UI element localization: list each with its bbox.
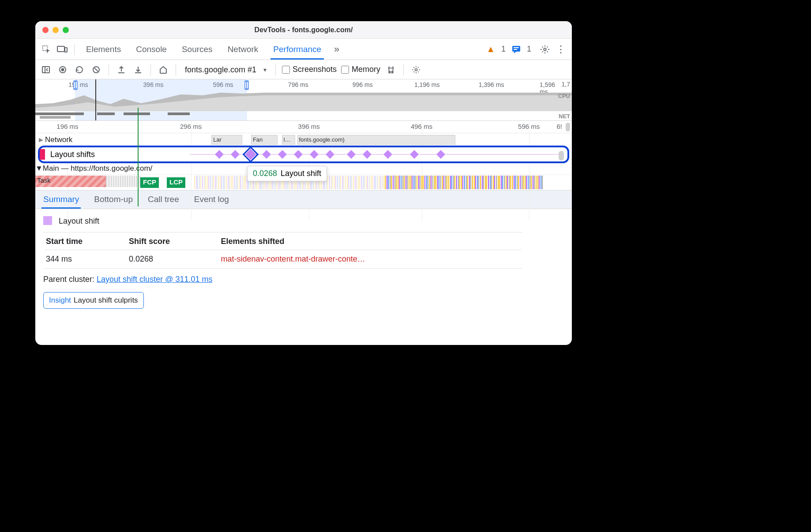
parent-cluster-line: Parent cluster: Layout shift cluster @ 3… xyxy=(43,275,564,284)
panel-tabbar: Elements Console Sources Network Perform… xyxy=(35,39,572,60)
insight-button[interactable]: Insight Layout shift culprits xyxy=(43,292,144,309)
tab-console[interactable]: Console xyxy=(130,39,173,59)
layout-shift-event[interactable] xyxy=(383,150,392,159)
ruler-tick: 296 ms xyxy=(180,123,202,130)
svg-rect-2 xyxy=(65,48,67,52)
svg-rect-7 xyxy=(42,67,49,73)
detail-tab-event-log[interactable]: Event log xyxy=(193,191,230,208)
summary-pane: Layout shift Start time Shift score Elem… xyxy=(35,209,572,317)
timeline-overview[interactable]: 19ms396 ms596 ms796 ms996 ms1,196 ms1,39… xyxy=(35,79,572,121)
parent-cluster-link[interactable]: Layout shift cluster @ 311.01 ms xyxy=(97,275,212,284)
collect-garbage-icon[interactable] xyxy=(385,64,397,76)
issues-icon xyxy=(512,45,521,53)
layout-shift-tooltip: 0.0268 Layout shift xyxy=(247,166,327,181)
fcp-marker-line xyxy=(138,108,139,206)
long-task-bar[interactable]: Task xyxy=(35,176,106,187)
network-track-header[interactable]: ▶ Network LarFanl…fonts.google.com) xyxy=(35,133,572,146)
issues-count: 1 xyxy=(527,45,531,54)
scrollbar-thumb[interactable] xyxy=(559,151,564,161)
device-toolbar-icon[interactable] xyxy=(56,43,69,56)
download-icon[interactable] xyxy=(132,64,144,76)
svg-rect-4 xyxy=(514,47,519,48)
detail-tabs: Summary Bottom-up Call tree Event log xyxy=(35,191,572,209)
capture-settings-icon[interactable] xyxy=(410,64,422,76)
svg-rect-1 xyxy=(57,46,64,52)
detail-tab-summary[interactable]: Summary xyxy=(42,191,80,208)
clear-icon[interactable] xyxy=(90,64,102,76)
svg-rect-3 xyxy=(512,46,520,52)
devtools-window: DevTools - fonts.google.com/ Elements Co… xyxy=(35,21,572,345)
warning-icon: ▲ xyxy=(486,44,495,54)
layout-shift-event[interactable] xyxy=(262,150,271,159)
close-window-button[interactable] xyxy=(42,27,49,33)
more-tabs-icon[interactable]: » xyxy=(330,43,343,56)
detail-tab-bottom-up[interactable]: Bottom-up xyxy=(93,191,134,208)
tab-sources[interactable]: Sources xyxy=(176,39,219,59)
network-request-bar[interactable]: Lar xyxy=(211,135,242,145)
detail-ruler[interactable]: 196 ms296 ms396 ms496 ms596 ms 6! xyxy=(35,121,572,133)
screenshots-checkbox[interactable]: Screenshots xyxy=(282,65,337,74)
layout-shift-event[interactable] xyxy=(231,150,240,159)
col-shift-score: Shift score xyxy=(127,233,218,250)
expand-icon: ▶ xyxy=(39,136,43,143)
svg-rect-5 xyxy=(514,49,517,50)
layout-shift-event[interactable] xyxy=(310,150,319,159)
overview-tick: 1,396 ms xyxy=(479,81,504,88)
lcp-badge[interactable]: LCP xyxy=(167,177,185,188)
settings-icon[interactable] xyxy=(538,43,552,56)
table-row: 344 ms 0.0268 mat-sidenav-content.mat-dr… xyxy=(44,251,522,267)
layout-shift-event[interactable] xyxy=(410,150,419,159)
network-request-bar[interactable]: l… xyxy=(282,135,295,145)
net-chart xyxy=(35,112,572,120)
layout-shift-event[interactable] xyxy=(326,150,334,159)
layout-shifts-track[interactable]: Layout shifts xyxy=(38,146,569,163)
home-icon[interactable] xyxy=(157,64,169,76)
svg-point-11 xyxy=(415,68,417,71)
svg-point-6 xyxy=(544,48,546,51)
minimize-window-button[interactable] xyxy=(53,27,59,33)
warning-issue-counters[interactable]: ▲1 1 xyxy=(486,44,531,54)
summary-title-row: Layout shift xyxy=(43,216,564,226)
layout-shift-event[interactable] xyxy=(215,150,224,159)
perf-toolbar: fonts.google.com #1 Screenshots Memory xyxy=(35,60,572,79)
memory-checkbox[interactable]: Memory xyxy=(341,65,380,74)
reload-record-icon[interactable] xyxy=(73,64,86,76)
net-label: NET xyxy=(559,113,570,120)
toggle-sidebar-icon[interactable] xyxy=(40,64,52,76)
titlebar: DevTools - fonts.google.com/ xyxy=(35,21,572,39)
cpu-label: CPU xyxy=(558,93,570,99)
layout-shift-event[interactable] xyxy=(436,150,445,159)
cell-start-time: 344 ms xyxy=(44,251,126,267)
col-start-time: Start time xyxy=(44,233,126,250)
tab-elements[interactable]: Elements xyxy=(80,39,127,59)
fcp-badge[interactable]: FCP xyxy=(140,177,159,188)
kebab-menu-icon[interactable]: ⋮ xyxy=(554,43,567,56)
overview-handle-left[interactable] xyxy=(73,80,78,90)
tab-network[interactable]: Network xyxy=(222,39,265,59)
cls-indicator xyxy=(40,149,45,160)
collapse-icon: ▼ xyxy=(35,164,43,173)
layout-shift-event[interactable] xyxy=(363,150,372,159)
overview-tick: 1,196 ms xyxy=(414,81,440,88)
svg-point-9 xyxy=(61,68,64,71)
scrollbar-thumb[interactable] xyxy=(566,123,570,131)
overview-marker xyxy=(95,79,96,120)
upload-icon[interactable] xyxy=(115,64,128,76)
record-icon[interactable] xyxy=(56,64,69,76)
recording-select[interactable]: fonts.google.com #1 xyxy=(182,64,269,76)
inspect-icon[interactable] xyxy=(40,43,53,56)
overview-handle-right[interactable] xyxy=(244,80,249,90)
layout-shift-event[interactable] xyxy=(245,149,256,160)
detail-tab-call-tree[interactable]: Call tree xyxy=(147,191,180,208)
network-request-bar[interactable]: Fan xyxy=(251,135,278,145)
tab-performance[interactable]: Performance xyxy=(267,39,327,59)
overview-tick: 796 ms xyxy=(288,81,308,88)
layout-shift-event[interactable] xyxy=(294,150,303,159)
cell-elements-link[interactable]: mat-sidenav-content.mat-drawer-conte… xyxy=(219,251,522,267)
layout-shift-event[interactable] xyxy=(278,150,287,159)
zoom-window-button[interactable] xyxy=(63,27,69,33)
layout-shift-event[interactable] xyxy=(347,150,356,159)
ruler-tick: 496 ms xyxy=(411,123,432,130)
network-request-bar[interactable]: fonts.google.com) xyxy=(297,135,456,145)
tooltip-value: 0.0268 xyxy=(253,169,277,178)
